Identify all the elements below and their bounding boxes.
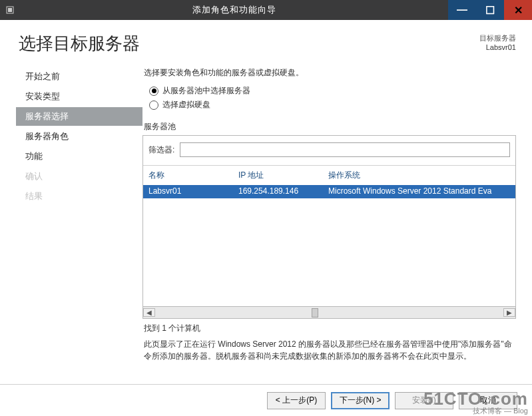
target-server-value: Labsvr01 [479, 43, 516, 52]
cell-ip: 169.254.189.146 [238, 186, 328, 196]
scroll-track[interactable] [155, 308, 503, 318]
scroll-left-icon[interactable]: ◀ [143, 308, 155, 317]
app-icon [0, 5, 20, 15]
close-button[interactable]: ✕ [504, 0, 532, 20]
scroll-right-icon[interactable]: ▶ [503, 308, 515, 317]
sidebar-item-install-type[interactable]: 安装类型 [16, 87, 142, 106]
target-server-box: 目标服务器 Labsvr01 [479, 32, 516, 53]
previous-button[interactable]: < 上一步(P) [267, 392, 326, 409]
main-row: 开始之前 安装类型 服务器选择 服务器角色 功能 确认 结果 选择要安装角色和功… [16, 67, 516, 384]
wizard-button-bar: < 上一步(P) 下一步(N) > 安装(I) 取消 [0, 384, 532, 416]
server-row[interactable]: Labsvr01 169.254.189.146 Microsoft Windo… [143, 185, 515, 198]
cell-name: Labsvr01 [148, 186, 238, 196]
wizard-steps-sidebar: 开始之前 安装类型 服务器选择 服务器角色 功能 确认 结果 [16, 67, 142, 384]
filter-label: 筛选器: [148, 144, 174, 156]
page-description-text: 此页显示了正在运行 Windows Server 2012 的服务器以及那些已经… [144, 338, 515, 362]
radio-select-from-pool[interactable]: 从服务器池中选择服务器 [149, 85, 516, 97]
next-button[interactable]: 下一步(N) > [331, 392, 390, 409]
server-pool-box: 筛选器: 名称 IP 地址 操作系统 Labsvr01 169.254.189.… [142, 135, 516, 319]
sidebar-item-confirm: 确认 [16, 167, 142, 186]
cell-os: Microsoft Windows Server 2012 Standard E… [328, 186, 510, 196]
header-row: 选择目标服务器 目标服务器 Labsvr01 [16, 32, 516, 55]
sidebar-item-server-selection[interactable]: 服务器选择 [16, 107, 142, 126]
sidebar-item-server-roles[interactable]: 服务器角色 [16, 127, 142, 146]
radio-pool-label: 从服务器池中选择服务器 [162, 85, 250, 97]
grid-header: 名称 IP 地址 操作系统 [143, 166, 515, 185]
maximize-button[interactable]: ☐ [476, 0, 504, 20]
instruction-text: 选择要安装角色和功能的服务器或虚拟硬盘。 [144, 67, 516, 79]
page-title: 选择目标服务器 [16, 32, 140, 55]
sidebar-item-results: 结果 [16, 187, 142, 206]
sidebar-item-before-begin[interactable]: 开始之前 [16, 67, 142, 86]
minimize-button[interactable]: — [448, 0, 476, 20]
target-server-label: 目标服务器 [479, 33, 516, 43]
col-header-ip[interactable]: IP 地址 [238, 170, 328, 181]
horizontal-scrollbar[interactable]: ◀ ▶ [143, 306, 515, 318]
server-pool-label: 服务器池 [144, 121, 516, 132]
dialog-body: 选择目标服务器 目标服务器 Labsvr01 开始之前 安装类型 服务器选择 服… [0, 20, 532, 384]
content-pane: 选择要安装角色和功能的服务器或虚拟硬盘。 从服务器池中选择服务器 选择虚拟硬盘 … [142, 67, 516, 384]
filter-input[interactable] [180, 142, 510, 157]
sidebar-item-features[interactable]: 功能 [16, 147, 142, 166]
window-buttons: — ☐ ✕ [448, 0, 532, 20]
radio-vhd-label: 选择虚拟硬盘 [162, 99, 210, 110]
col-header-name[interactable]: 名称 [148, 170, 238, 181]
radio-select-vhd[interactable]: 选择虚拟硬盘 [149, 99, 516, 110]
title-bar: 添加角色和功能向导 — ☐ ✕ [0, 0, 532, 20]
found-count-text: 找到 1 个计算机 [144, 323, 515, 334]
col-header-os[interactable]: 操作系统 [328, 170, 510, 181]
svg-rect-1 [8, 8, 12, 12]
radio-dot-icon [149, 87, 158, 96]
install-button: 安装(I) [395, 392, 453, 409]
scroll-thumb[interactable] [312, 308, 318, 317]
radio-dot-icon [149, 101, 158, 110]
filter-row: 筛选器: [143, 136, 515, 166]
grid-body[interactable]: Labsvr01 169.254.189.146 Microsoft Windo… [143, 185, 515, 306]
cancel-button[interactable]: 取消 [459, 392, 517, 409]
window-title: 添加角色和功能向导 [20, 4, 448, 16]
